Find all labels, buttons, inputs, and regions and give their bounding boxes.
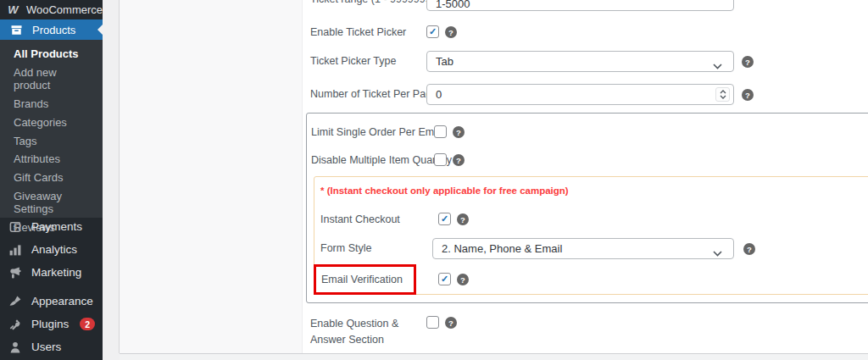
sidebar-item-payments[interactable]: $ Payments bbox=[0, 215, 103, 238]
tickets-per-page-help-icon[interactable]: ? bbox=[742, 89, 754, 101]
sidebar-item-label: Appearance bbox=[31, 295, 93, 307]
limit-single-order-help-icon[interactable]: ? bbox=[453, 126, 465, 138]
enable-ticket-picker-checkbox[interactable]: ✓ bbox=[426, 25, 439, 38]
enable-qa-help-icon[interactable]: ? bbox=[445, 317, 457, 329]
sidebar-item-categories[interactable]: Categories bbox=[0, 113, 103, 131]
sidebar-item-label: WooCommerce bbox=[26, 3, 103, 16]
chevron-down-icon bbox=[713, 59, 722, 72]
svg-text:$: $ bbox=[14, 224, 18, 231]
enable-ticket-picker-label: Enable Ticket Picker bbox=[310, 26, 406, 39]
sidebar-item-brands[interactable]: Brands bbox=[0, 95, 103, 114]
form-style-label: Form Style bbox=[320, 242, 371, 255]
form-style-value: 2. Name, Phone & Email bbox=[442, 242, 562, 255]
sidebar-item-label: Payments bbox=[31, 220, 82, 233]
ticket-range-value: 1-5000 bbox=[436, 0, 470, 10]
ticket-picker-type-help-icon[interactable]: ? bbox=[742, 56, 754, 68]
disable-multi-quantity-help-icon[interactable]: ? bbox=[453, 154, 465, 166]
instant-checkout-checkbox[interactable]: ✓ bbox=[438, 213, 451, 225]
email-verification-highlight-rectangle bbox=[314, 264, 416, 295]
tickets-per-page-value: 0 bbox=[436, 88, 442, 101]
instant-checkout-label: Instant Checkout bbox=[320, 213, 400, 226]
limit-single-order-label: Limit Single Order Per Email bbox=[311, 126, 445, 139]
sidebar-item-all-products[interactable]: All Products bbox=[0, 45, 103, 64]
paintbrush-icon bbox=[7, 295, 24, 308]
sidebar-item-label: Marketing bbox=[31, 266, 81, 279]
sidebar-item-tags[interactable]: Tags bbox=[0, 131, 103, 150]
sidebar-item-woocommerce[interactable]: W WooCommerce bbox=[0, 0, 103, 19]
enable-qa-label: Enable Question & Answer Section bbox=[310, 316, 436, 347]
sidebar-item-label: Analytics bbox=[31, 243, 77, 256]
megaphone-icon bbox=[7, 266, 24, 280]
payments-icon: $ bbox=[7, 220, 24, 234]
form-style-help-icon[interactable]: ? bbox=[743, 243, 755, 255]
sidebar-item-giveaway-settings[interactable]: Giveaway Settings bbox=[0, 186, 103, 218]
current-menu-arrow bbox=[97, 25, 103, 35]
instant-checkout-notice: * (Instant checkout only applicable for … bbox=[320, 186, 569, 196]
products-box-icon bbox=[8, 24, 25, 36]
sidebar-item-analytics[interactable]: Analytics bbox=[0, 238, 103, 261]
plugins-update-badge: 2 bbox=[80, 318, 95, 330]
products-submenu: All Products Add new product Brands Cate… bbox=[0, 40, 103, 218]
sidebar-item-attributes[interactable]: Attributes bbox=[0, 150, 103, 169]
enable-qa-checkbox[interactable] bbox=[426, 316, 439, 329]
ticket-range-label: Ticket range (1 - 99999999) bbox=[310, 0, 441, 6]
form-style-select[interactable]: 2. Name, Phone & Email bbox=[432, 238, 734, 259]
email-verification-checkbox[interactable]: ✓ bbox=[438, 273, 451, 285]
plug-icon bbox=[7, 318, 24, 331]
email-verification-help-icon[interactable]: ? bbox=[457, 274, 469, 285]
tickets-per-page-label: Number of Ticket Per Page bbox=[310, 88, 437, 101]
ticket-range-input[interactable]: 1-5000 bbox=[426, 0, 734, 11]
ticket-picker-type-value: Tab bbox=[436, 55, 453, 68]
sidebar-item-label: Plugins bbox=[31, 318, 69, 330]
admin-page: W WooCommerce Products All Products Add … bbox=[0, 0, 868, 360]
sidebar-item-appearance[interactable]: Appearance bbox=[0, 290, 103, 313]
check-mark: ✓ bbox=[441, 274, 448, 284]
sidebar-item-label: Products bbox=[32, 24, 75, 36]
woocommerce-icon: W bbox=[8, 3, 19, 16]
user-icon bbox=[7, 341, 24, 354]
ticket-picker-type-label: Ticket Picker Type bbox=[310, 55, 396, 68]
limit-single-order-checkbox[interactable] bbox=[434, 125, 447, 138]
sidebar-item-users[interactable]: Users bbox=[0, 335, 103, 358]
chevron-down-icon bbox=[713, 246, 722, 259]
sidebar-item-products[interactable]: Products bbox=[0, 19, 103, 40]
sidebar-item-gift-cards[interactable]: Gift Cards bbox=[0, 169, 103, 187]
sidebar-item-marketing[interactable]: Marketing bbox=[0, 261, 103, 284]
disable-multi-quantity-checkbox[interactable] bbox=[434, 153, 447, 166]
panel-footer-strip bbox=[120, 353, 868, 360]
sidebar-item-plugins[interactable]: Plugins 2 bbox=[0, 313, 103, 335]
sidebar-item-label: Users bbox=[31, 341, 61, 353]
sidebar-item-add-new-product[interactable]: Add new product bbox=[0, 64, 103, 95]
ticket-picker-type-select[interactable]: Tab bbox=[426, 51, 734, 72]
number-stepper[interactable] bbox=[715, 87, 730, 102]
check-mark: ✓ bbox=[441, 214, 448, 224]
enable-ticket-picker-help-icon[interactable]: ? bbox=[445, 26, 457, 38]
bar-chart-icon bbox=[7, 243, 24, 257]
product-data-tabs-column bbox=[120, 0, 302, 353]
tickets-per-page-input[interactable]: 0 bbox=[426, 84, 734, 105]
check-mark: ✓ bbox=[429, 27, 437, 36]
disable-multi-quantity-label: Disable Multiple Item Quantity bbox=[311, 154, 452, 167]
admin-sidebar: W WooCommerce Products All Products Add … bbox=[0, 0, 103, 360]
instant-checkout-help-icon[interactable]: ? bbox=[457, 213, 469, 225]
